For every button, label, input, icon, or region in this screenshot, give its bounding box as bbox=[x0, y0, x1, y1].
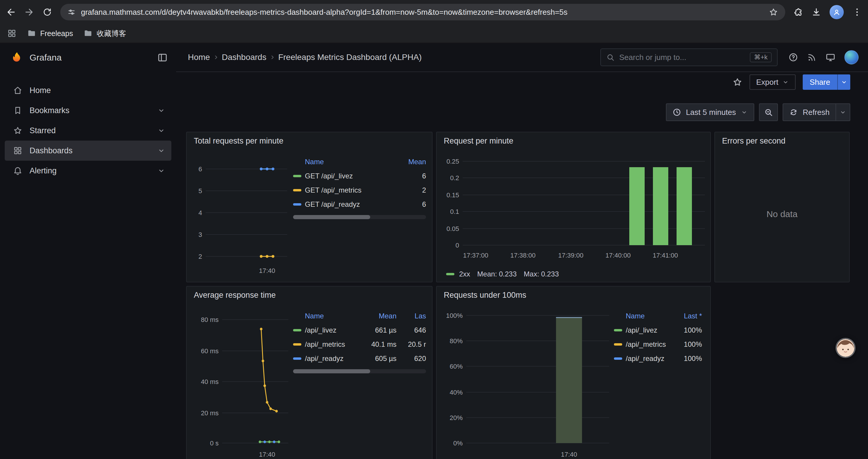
header-icons bbox=[788, 50, 859, 64]
series-name[interactable]: 2xx bbox=[459, 270, 470, 278]
bookmark-folder-freeleaps[interactable]: Freeleaps bbox=[27, 29, 73, 38]
breadcrumb-home[interactable]: Home bbox=[188, 53, 210, 62]
legend-col-last[interactable]: Las bbox=[400, 312, 426, 320]
panel-title[interactable]: Errors per second bbox=[722, 136, 785, 145]
share-button[interactable]: Share bbox=[803, 74, 837, 90]
user-avatar[interactable] bbox=[844, 50, 859, 64]
series-name[interactable]: /api/_metrics bbox=[305, 340, 360, 349]
url-text[interactable]: grafana.mathmast.com/d/deytv4rwavabkb/fr… bbox=[81, 8, 764, 17]
sidebar-item-dashboards[interactable]: Dashboards bbox=[5, 140, 172, 161]
browser-reload-icon[interactable] bbox=[42, 7, 52, 17]
requests-per-minute-chart[interactable]: 0.25 0.2 0.15 0.1 0.05 0 17:37:00 17:38:… bbox=[440, 148, 707, 269]
series-swatch bbox=[446, 273, 454, 275]
downloads-icon[interactable] bbox=[811, 7, 821, 17]
browser-menu-icon[interactable] bbox=[852, 7, 862, 17]
chevron-down-icon[interactable] bbox=[157, 167, 165, 175]
export-label: Export bbox=[756, 78, 778, 87]
legend-col-name[interactable]: Name bbox=[305, 312, 360, 320]
bookmarks-bar: Freeleaps 收藏博客 bbox=[0, 24, 868, 43]
search-box[interactable]: ⌘+k bbox=[600, 48, 778, 66]
chevron-down-icon[interactable] bbox=[157, 146, 165, 155]
help-icon[interactable] bbox=[788, 52, 798, 62]
browser-back-icon[interactable] bbox=[6, 7, 16, 17]
bookmark-folder-blogs[interactable]: 收藏博客 bbox=[84, 29, 126, 38]
chevron-down-icon[interactable] bbox=[157, 126, 165, 135]
y-tick: 40 ms bbox=[201, 378, 219, 386]
series-mean: 40.1 ms bbox=[363, 340, 397, 349]
dashboards-grid-icon bbox=[13, 146, 23, 155]
floating-profile-avatar[interactable] bbox=[836, 338, 856, 358]
series-mean-stat: Mean: 0.233 bbox=[477, 270, 517, 278]
sidebar-item-home[interactable]: Home bbox=[5, 80, 172, 100]
legend-scrollbar[interactable] bbox=[293, 369, 426, 373]
breadcrumb-dashboards[interactable]: Dashboards bbox=[222, 53, 267, 62]
sidebar-item-bookmarks[interactable]: Bookmarks bbox=[5, 100, 172, 121]
zoom-out-button[interactable] bbox=[759, 103, 778, 121]
panel-title[interactable]: Request per minute bbox=[444, 136, 514, 145]
dock-sidebar-icon[interactable] bbox=[157, 52, 168, 63]
y-tick: 6 bbox=[198, 165, 202, 173]
refresh-interval-button[interactable] bbox=[836, 103, 850, 121]
legend-scrollbar[interactable] bbox=[293, 215, 426, 219]
legend-col-last[interactable]: Last * bbox=[678, 312, 702, 320]
series-swatch bbox=[614, 343, 622, 346]
grafana-flame-icon[interactable] bbox=[11, 51, 24, 64]
news-rss-icon[interactable] bbox=[807, 53, 816, 62]
legend-col-name[interactable]: Name bbox=[626, 312, 675, 320]
grafana-logo-area: Grafana bbox=[0, 43, 176, 72]
site-settings-icon[interactable] bbox=[67, 8, 75, 16]
panel-title[interactable]: Requests under 100ms bbox=[444, 291, 526, 300]
refresh-split-button: Refresh bbox=[783, 103, 850, 121]
legend-col-mean[interactable]: Mean bbox=[363, 312, 397, 320]
series-name[interactable]: GET /api/_readyz bbox=[305, 200, 399, 208]
address-bar[interactable]: grafana.mathmast.com/d/deytv4rwavabkb/fr… bbox=[60, 4, 785, 21]
series-name[interactable]: GET /api/_livez bbox=[305, 172, 399, 180]
panel-title[interactable]: Average response time bbox=[194, 291, 276, 300]
panel-requests-per-minute: Request per minute 0.25 0.2 0.15 0.1 0.0… bbox=[436, 132, 711, 282]
refresh-label: Refresh bbox=[803, 108, 830, 117]
series-name[interactable]: /api/_livez bbox=[626, 326, 675, 334]
series-mean: 605 µs bbox=[363, 355, 397, 363]
series-name[interactable]: /api/_readyz bbox=[305, 355, 360, 363]
export-button[interactable]: Export bbox=[749, 74, 795, 90]
chevron-down-icon[interactable] bbox=[157, 106, 165, 114]
panel-avg-response-time: Average response time 80 ms 60 ms 40 ms … bbox=[186, 286, 433, 459]
under-100ms-chart[interactable]: 100% 80% 60% 40% 20% 0% 17:40 bbox=[440, 302, 612, 459]
series-swatch bbox=[293, 343, 301, 346]
total-requests-chart[interactable]: 6 5 4 3 2 17:40 bbox=[189, 148, 291, 276]
folder-icon bbox=[84, 29, 92, 38]
refresh-button[interactable]: Refresh bbox=[783, 103, 836, 121]
search-input[interactable] bbox=[619, 53, 745, 62]
legend-row: GET /api/_metrics 2 bbox=[293, 183, 426, 197]
avg-response-chart[interactable]: 80 ms 60 ms 40 ms 20 ms 0 s 17:40 bbox=[189, 302, 291, 459]
grafana-brand[interactable]: Grafana bbox=[30, 53, 61, 63]
series-name[interactable]: GET /api/_metrics bbox=[305, 186, 399, 194]
extensions-icon[interactable] bbox=[794, 7, 803, 17]
y-tick: 100% bbox=[446, 312, 463, 319]
legend-col-mean[interactable]: Mean bbox=[402, 158, 426, 166]
share-menu-button[interactable] bbox=[837, 74, 850, 90]
series-mean: 661 µs bbox=[363, 326, 397, 334]
sidebar-item-label: Dashboards bbox=[30, 146, 150, 155]
series-name[interactable]: /api/_metrics bbox=[626, 340, 675, 349]
y-tick: 60% bbox=[450, 363, 463, 370]
panel-title[interactable]: Total requests per minute bbox=[194, 136, 283, 145]
y-tick: 20 ms bbox=[201, 409, 219, 417]
scrollbar-thumb[interactable] bbox=[293, 215, 370, 219]
series-name[interactable]: /api/_livez bbox=[305, 326, 360, 334]
favorite-star-icon[interactable] bbox=[733, 77, 742, 87]
bookmark-star-icon[interactable] bbox=[769, 7, 778, 17]
sidebar-item-alerting[interactable]: Alerting bbox=[5, 161, 172, 181]
browser-profile-avatar[interactable] bbox=[830, 5, 844, 19]
sidebar-item-label: Bookmarks bbox=[30, 106, 150, 115]
sidebar-item-starred[interactable]: Starred bbox=[5, 121, 172, 140]
legend-col-name[interactable]: Name bbox=[305, 158, 399, 166]
series-name[interactable]: /api/_readyz bbox=[626, 355, 675, 363]
y-tick: 80% bbox=[450, 337, 463, 345]
apps-grid-icon[interactable] bbox=[7, 29, 17, 38]
browser-forward-icon[interactable] bbox=[24, 7, 34, 17]
monitor-icon[interactable] bbox=[826, 52, 836, 62]
scrollbar-thumb[interactable] bbox=[293, 369, 370, 373]
grafana-sidebar: Home Bookmarks Starred Dashboards Alerti… bbox=[0, 72, 176, 459]
time-range-picker[interactable]: Last 5 minutes bbox=[666, 103, 754, 121]
